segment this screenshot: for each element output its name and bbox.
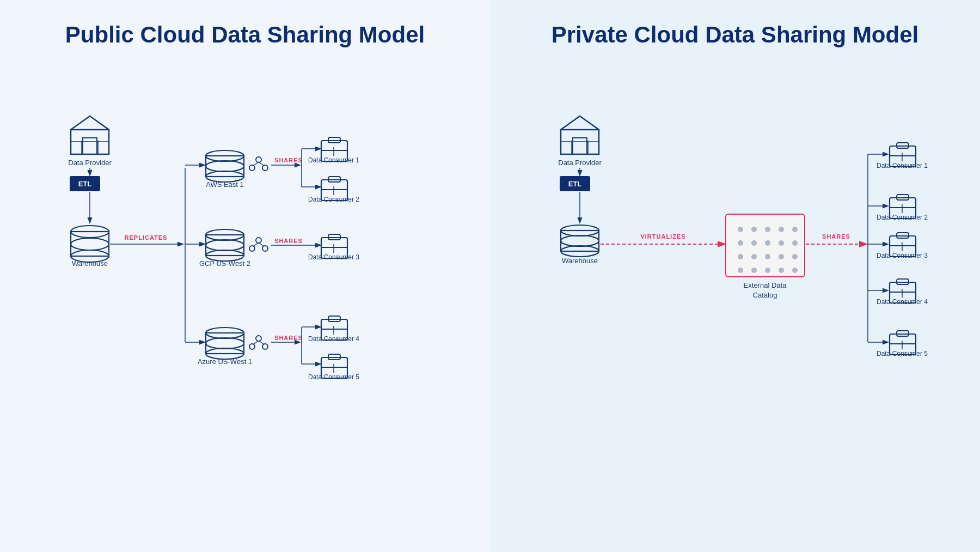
svg-text:Data Consumer 1: Data Consumer 1	[308, 156, 359, 164]
svg-rect-108	[726, 214, 805, 277]
svg-rect-48	[206, 235, 244, 256]
svg-rect-1	[83, 138, 97, 154]
svg-line-72	[253, 341, 258, 344]
svg-point-126	[765, 268, 770, 273]
right-panel: Private Cloud Data Sharing Model Data Pr…	[490, 0, 980, 552]
svg-text:AWS East 1: AWS East 1	[206, 180, 244, 189]
svg-rect-91	[573, 138, 587, 154]
svg-point-24	[206, 161, 244, 172]
svg-point-113	[792, 227, 798, 232]
right-diagram: Data Provider ETL Warehouse VIRTUALIZES	[512, 70, 958, 495]
svg-text:Catalog: Catalog	[753, 291, 777, 299]
svg-point-12	[71, 238, 109, 250]
left-provider-label: Data Provider	[68, 159, 112, 167]
svg-point-118	[792, 240, 798, 246]
svg-text:SHARES: SHARES	[274, 157, 303, 163]
svg-point-52	[256, 238, 261, 243]
svg-text:External Data: External Data	[744, 281, 787, 289]
svg-text:Data Consumer 3: Data Consumer 3	[877, 252, 928, 259]
svg-text:Data Consumer 5: Data Consumer 5	[308, 373, 359, 381]
svg-point-117	[779, 240, 784, 246]
svg-point-109	[738, 227, 743, 232]
svg-text:ETL: ETL	[78, 180, 92, 188]
svg-point-26	[256, 157, 261, 162]
svg-point-119	[738, 254, 743, 259]
svg-text:SHARES: SHARES	[274, 238, 303, 244]
svg-rect-102	[561, 230, 599, 251]
left-diagram: Data Provider ETL Warehouse REPLICATES	[22, 70, 468, 495]
svg-text:Data Consumer 3: Data Consumer 3	[308, 253, 359, 261]
svg-point-50	[206, 240, 244, 251]
svg-point-121	[765, 254, 770, 259]
svg-text:Data Provider: Data Provider	[558, 159, 602, 167]
svg-text:Data Consumer 2: Data Consumer 2	[877, 214, 928, 221]
svg-point-128	[792, 268, 798, 273]
svg-point-120	[751, 254, 757, 259]
svg-line-30	[259, 162, 264, 166]
svg-point-123	[792, 254, 798, 259]
svg-point-104	[561, 235, 599, 246]
svg-text:REPLICATES: REPLICATES	[125, 234, 168, 241]
svg-point-115	[751, 240, 757, 246]
svg-point-27	[249, 165, 255, 171]
svg-text:Data Consumer 5: Data Consumer 5	[877, 350, 928, 357]
svg-point-28	[262, 165, 268, 171]
svg-line-56	[259, 243, 264, 246]
svg-point-127	[779, 268, 784, 273]
svg-point-54	[262, 246, 268, 251]
svg-text:GCP US-West 2: GCP US-West 2	[199, 259, 250, 268]
svg-point-70	[249, 344, 255, 349]
svg-text:Data Consumer 4: Data Consumer 4	[308, 335, 359, 343]
svg-marker-90	[561, 116, 599, 154]
svg-point-71	[262, 344, 268, 349]
svg-marker-0	[71, 116, 109, 154]
svg-text:SHARES: SHARES	[274, 335, 303, 341]
svg-point-69	[256, 336, 261, 341]
svg-point-112	[779, 227, 784, 232]
svg-rect-65	[206, 333, 244, 354]
svg-point-110	[751, 227, 757, 232]
left-title: Public Cloud Data Sharing Model	[65, 22, 425, 48]
svg-line-29	[253, 162, 258, 166]
svg-text:VIRTUALIZES: VIRTUALIZES	[640, 233, 685, 240]
svg-point-116	[765, 240, 770, 246]
svg-line-73	[259, 341, 264, 344]
svg-point-67	[206, 338, 244, 349]
svg-text:Data Consumer 1: Data Consumer 1	[877, 162, 928, 169]
svg-text:Data Consumer 2: Data Consumer 2	[308, 196, 359, 203]
svg-point-111	[765, 227, 770, 232]
svg-text:ETL: ETL	[568, 180, 582, 188]
svg-point-114	[738, 240, 743, 246]
svg-line-55	[253, 243, 258, 246]
svg-point-122	[779, 254, 784, 259]
svg-point-124	[738, 268, 743, 273]
svg-point-53	[249, 246, 255, 251]
svg-text:Warehouse: Warehouse	[72, 259, 108, 268]
svg-rect-22	[206, 156, 244, 177]
svg-point-125	[751, 268, 757, 273]
left-panel: Public Cloud Data Sharing Model Data Pro…	[0, 0, 490, 552]
svg-text:Warehouse: Warehouse	[562, 257, 598, 265]
svg-text:Data Consumer 4: Data Consumer 4	[877, 298, 928, 306]
right-title: Private Cloud Data Sharing Model	[552, 22, 918, 48]
svg-text:SHARES: SHARES	[822, 233, 850, 240]
svg-text:Azure US-West 1: Azure US-West 1	[198, 357, 252, 366]
